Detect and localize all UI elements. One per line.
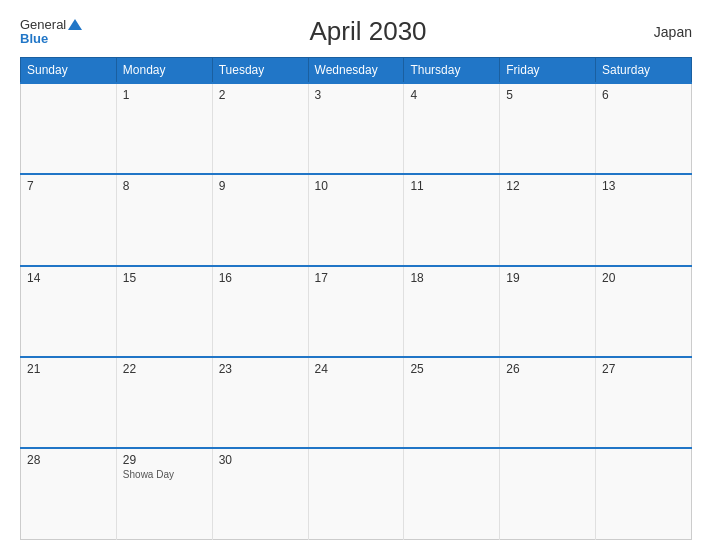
calendar-cell: 2 xyxy=(212,83,308,174)
day-number: 5 xyxy=(506,88,589,102)
calendar-cell: 18 xyxy=(404,266,500,357)
day-number: 29 xyxy=(123,453,206,467)
day-number: 30 xyxy=(219,453,302,467)
country-label: Japan xyxy=(654,24,692,40)
calendar-cell: 10 xyxy=(308,174,404,265)
day-number: 13 xyxy=(602,179,685,193)
day-number: 2 xyxy=(219,88,302,102)
day-number: 1 xyxy=(123,88,206,102)
calendar-cell: 13 xyxy=(596,174,692,265)
calendar-cell xyxy=(21,83,117,174)
calendar-cell: 15 xyxy=(116,266,212,357)
day-number: 28 xyxy=(27,453,110,467)
calendar-cell: 12 xyxy=(500,174,596,265)
day-number: 27 xyxy=(602,362,685,376)
day-number: 8 xyxy=(123,179,206,193)
calendar-cell: 26 xyxy=(500,357,596,448)
calendar-cell: 3 xyxy=(308,83,404,174)
calendar-cell: 4 xyxy=(404,83,500,174)
col-friday: Friday xyxy=(500,58,596,84)
calendar-cell: 27 xyxy=(596,357,692,448)
calendar-cell: 11 xyxy=(404,174,500,265)
day-number: 11 xyxy=(410,179,493,193)
calendar-cell: 28 xyxy=(21,448,117,539)
day-number: 16 xyxy=(219,271,302,285)
day-number: 14 xyxy=(27,271,110,285)
day-number: 15 xyxy=(123,271,206,285)
calendar-cell: 1 xyxy=(116,83,212,174)
week-row-1: 78910111213 xyxy=(21,174,692,265)
calendar-cell: 5 xyxy=(500,83,596,174)
calendar-cell: 8 xyxy=(116,174,212,265)
week-row-4: 2829Showa Day30 xyxy=(21,448,692,539)
logo-blue-text: Blue xyxy=(20,32,48,45)
logo-general-text: General xyxy=(20,18,82,31)
day-number: 26 xyxy=(506,362,589,376)
week-row-3: 21222324252627 xyxy=(21,357,692,448)
calendar-cell: 17 xyxy=(308,266,404,357)
logo: General Blue xyxy=(20,18,82,44)
calendar-cell: 14 xyxy=(21,266,117,357)
calendar-table: Sunday Monday Tuesday Wednesday Thursday… xyxy=(20,57,692,540)
day-number: 9 xyxy=(219,179,302,193)
calendar-cell: 19 xyxy=(500,266,596,357)
calendar-cell xyxy=(596,448,692,539)
calendar-cell xyxy=(308,448,404,539)
calendar-cell: 16 xyxy=(212,266,308,357)
col-thursday: Thursday xyxy=(404,58,500,84)
calendar-cell: 30 xyxy=(212,448,308,539)
logo-triangle-icon xyxy=(68,19,82,30)
col-sunday: Sunday xyxy=(21,58,117,84)
day-number: 6 xyxy=(602,88,685,102)
calendar-cell: 22 xyxy=(116,357,212,448)
day-number: 10 xyxy=(315,179,398,193)
day-number: 7 xyxy=(27,179,110,193)
calendar-cell: 9 xyxy=(212,174,308,265)
col-saturday: Saturday xyxy=(596,58,692,84)
day-number: 23 xyxy=(219,362,302,376)
week-row-2: 14151617181920 xyxy=(21,266,692,357)
day-number: 19 xyxy=(506,271,589,285)
col-wednesday: Wednesday xyxy=(308,58,404,84)
calendar-cell xyxy=(404,448,500,539)
calendar-cell: 21 xyxy=(21,357,117,448)
day-number: 24 xyxy=(315,362,398,376)
day-number: 18 xyxy=(410,271,493,285)
calendar-cell: 23 xyxy=(212,357,308,448)
day-number: 17 xyxy=(315,271,398,285)
col-monday: Monday xyxy=(116,58,212,84)
day-number: 25 xyxy=(410,362,493,376)
calendar-header: Sunday Monday Tuesday Wednesday Thursday… xyxy=(21,58,692,84)
calendar-cell: 25 xyxy=(404,357,500,448)
page-title: April 2030 xyxy=(310,16,427,47)
calendar-body: 1234567891011121314151617181920212223242… xyxy=(21,83,692,540)
holiday-label: Showa Day xyxy=(123,469,206,480)
day-number: 12 xyxy=(506,179,589,193)
calendar-cell: 6 xyxy=(596,83,692,174)
calendar-cell: 7 xyxy=(21,174,117,265)
page: General Blue April 2030 Japan Sunday Mon… xyxy=(0,0,712,550)
day-number: 20 xyxy=(602,271,685,285)
calendar-cell: 20 xyxy=(596,266,692,357)
day-number: 22 xyxy=(123,362,206,376)
day-number: 4 xyxy=(410,88,493,102)
week-row-0: 123456 xyxy=(21,83,692,174)
col-tuesday: Tuesday xyxy=(212,58,308,84)
days-of-week-row: Sunday Monday Tuesday Wednesday Thursday… xyxy=(21,58,692,84)
calendar-cell xyxy=(500,448,596,539)
day-number: 21 xyxy=(27,362,110,376)
calendar-cell: 24 xyxy=(308,357,404,448)
header: General Blue April 2030 Japan xyxy=(20,16,692,47)
day-number: 3 xyxy=(315,88,398,102)
calendar-cell: 29Showa Day xyxy=(116,448,212,539)
